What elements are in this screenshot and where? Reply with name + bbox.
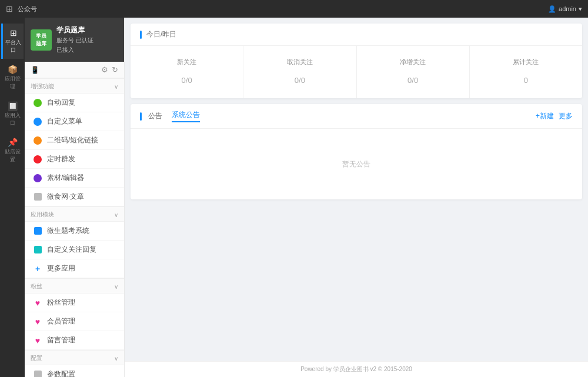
stats-card-header: 今日/昨日 xyxy=(131,24,582,46)
social-collapse-icon[interactable]: ∨ xyxy=(114,283,118,290)
config-collapse-icon[interactable]: ∨ xyxy=(114,355,118,362)
ann-title: 公告 xyxy=(140,111,162,121)
app-manage-label: 应用管理 xyxy=(4,75,21,91)
main-sidebar: 学员题库 学员题库 服务号 已认证 已接入 📱 ⚙ ↻ 增强功能 ∨ xyxy=(25,18,125,377)
nav-item-fans[interactable]: ♥ 粉丝管理 xyxy=(25,293,124,312)
account-icon: 学员题库 xyxy=(31,29,52,51)
phone-icon: 📱 xyxy=(31,66,39,74)
nav-item-label: 自定义菜单 xyxy=(47,116,82,126)
account-area: 学员题库 学员题库 服务号 已认证 已接入 xyxy=(25,18,124,62)
nav-item-member[interactable]: ♥ 会员管理 xyxy=(25,312,124,331)
nav-item-label: 微食网·文章 xyxy=(47,192,84,202)
ann-new-btn[interactable]: +新建 xyxy=(536,111,554,121)
sidebar-item-app-manage[interactable]: 📦 应用管理 xyxy=(1,60,24,95)
enhance-collapse-icon[interactable]: ∨ xyxy=(114,84,118,90)
app-label: 应用模块 xyxy=(31,211,54,219)
nav-item-label: 自定义关注回复 xyxy=(47,245,96,255)
dropdown-icon[interactable]: ▾ xyxy=(579,5,582,13)
enhance-items: 自动回复 自定义菜单 二维码/短化链接 定时群发 素材/编辑器 xyxy=(25,94,124,206)
nav-item-more-apps[interactable]: + 更多应用 xyxy=(25,259,124,278)
app-items: 微生题考系统 自定义关注回复 + 更多应用 xyxy=(25,222,124,278)
app-entry-icon: 🔲 xyxy=(8,101,18,111)
nav-item-scheduled[interactable]: 定时群发 xyxy=(25,150,124,169)
ann-more-btn[interactable]: 更多 xyxy=(559,111,573,121)
today-label: 今日/昨日 xyxy=(146,29,176,39)
stat-cancel-follow: 取消关注 0/0 xyxy=(243,46,356,98)
stat-net-follow: 净增关注 0/0 xyxy=(357,46,470,98)
nav-item-qrcode[interactable]: 二维码/短化链接 xyxy=(25,131,124,150)
account-name: 学员题库 xyxy=(56,25,93,36)
grid-icon[interactable]: ⊞ xyxy=(6,4,13,14)
nav-item-auto-reply[interactable]: 自动回复 xyxy=(25,94,124,112)
footer: Powered by 学员企业图书 v2 © 2015-2020 xyxy=(125,361,588,377)
store-settings-icon: 📌 xyxy=(8,138,18,147)
stat-value: 0/0 xyxy=(363,71,463,86)
mobile-section: 📱 ⚙ ↻ xyxy=(25,62,124,78)
store-settings-label: 贴店设置 xyxy=(4,148,21,164)
stat-label: 新关注 xyxy=(136,58,237,66)
topbar-left: ⊞ 公众号 xyxy=(6,4,37,14)
config-items: 参数配置 支付参数 数据同步 域名绑定 xyxy=(25,365,124,377)
stat-value: 0 xyxy=(476,71,576,86)
app-manage-icon: 📦 xyxy=(8,65,18,74)
social-label: 粉丝 xyxy=(31,282,42,291)
stat-value: 0/0 xyxy=(249,71,350,86)
account-status2: 已接入 xyxy=(56,45,93,55)
nav-item-label: 二维码/短化链接 xyxy=(47,135,98,145)
sidebar-item-app-entry[interactable]: 🔲 应用入口 xyxy=(1,96,24,132)
ann-header: 公告 系统公告 +新建 更多 xyxy=(131,104,582,129)
nav-item-material[interactable]: 素材/编辑器 xyxy=(25,169,124,188)
mobile-section-icons: ⚙ ↻ xyxy=(101,65,118,74)
social-items: ♥ 粉丝管理 ♥ 会员管理 ♥ 留言管理 xyxy=(25,293,124,350)
enhance-section-title: 增强功能 ∨ xyxy=(25,78,124,94)
sidebar-item-platform[interactable]: ⊞ 平台入口 xyxy=(1,24,24,59)
stat-total-follow: 累计关注 0 xyxy=(470,46,582,98)
nav-item-label: 会员管理 xyxy=(47,316,75,326)
app-entry-label: 应用入口 xyxy=(4,112,21,127)
nav-item-exam[interactable]: 微生题考系统 xyxy=(25,222,124,241)
account-info: 学员题库 服务号 已认证 已接入 xyxy=(56,25,93,55)
nav-item-label: 定时群发 xyxy=(47,154,75,164)
stat-new-follow: 新关注 0/0 xyxy=(131,46,243,98)
account-status1: 服务号 已认证 xyxy=(56,36,93,45)
enhance-label: 增强功能 xyxy=(31,82,54,91)
config-section-title: 配置 ∨ xyxy=(25,350,124,365)
nav-item-label: 参数配置 xyxy=(47,369,75,377)
admin-label[interactable]: admin xyxy=(559,5,576,12)
refresh-icon[interactable]: ↻ xyxy=(112,65,118,74)
nav-item-custom-menu[interactable]: 自定义菜单 xyxy=(25,112,124,131)
nav-item-params[interactable]: 参数配置 xyxy=(25,365,124,377)
platform-icon: ⊞ xyxy=(10,28,17,38)
app-collapse-icon[interactable]: ∨ xyxy=(114,212,118,218)
nav-item-label: 粉丝管理 xyxy=(47,298,75,308)
stats-row: 新关注 0/0 取消关注 0/0 净增关注 0/0 xyxy=(131,46,582,98)
ann-body: 暂无公告 xyxy=(131,129,582,199)
ann-empty-text: 暂无公告 xyxy=(342,159,370,169)
stat-label: 取消关注 xyxy=(249,58,350,66)
ann-header-left: 公告 系统公告 xyxy=(140,110,200,122)
main-content: 今日/昨日 新关注 0/0 取消关注 0/0 xyxy=(125,18,588,361)
stat-label: 累计关注 xyxy=(476,58,576,66)
nav-item-label: 留言管理 xyxy=(47,335,75,345)
settings-icon[interactable]: ⚙ xyxy=(101,65,108,74)
stat-value: 0/0 xyxy=(136,71,237,86)
footer-text: Powered by 学员企业图书 v2 © 2015-2020 xyxy=(300,366,412,372)
stat-label: 净增关注 xyxy=(363,58,463,66)
nav-item-label: 更多应用 xyxy=(47,263,75,273)
topbar: ⊞ 公众号 👤 admin ▾ xyxy=(0,0,588,18)
announcement-card: 公告 系统公告 +新建 更多 暂无公告 xyxy=(131,104,582,199)
app-section-title: 应用模块 ∨ xyxy=(25,206,124,222)
nav-item-label: 素材/编辑器 xyxy=(47,173,84,183)
ann-tab-system[interactable]: 系统公告 xyxy=(172,110,200,122)
nav-item-label: 自动回复 xyxy=(47,98,75,108)
topbar-nav-label: 公众号 xyxy=(18,5,37,14)
platform-label: 平台入口 xyxy=(5,39,21,54)
config-label: 配置 xyxy=(31,354,42,362)
nav-item-comment[interactable]: ♥ 留言管理 xyxy=(25,331,124,350)
nav-item-follow-reply[interactable]: 自定义关注回复 xyxy=(25,241,124,259)
user-icon: 👤 xyxy=(548,5,556,13)
sidebar-item-store-settings[interactable]: 📌 贴店设置 xyxy=(1,133,24,168)
social-section-title: 粉丝 ∨ xyxy=(25,278,124,293)
nav-item-label: 微生题考系统 xyxy=(47,226,89,236)
nav-item-weishi[interactable]: 微食网·文章 xyxy=(25,188,124,206)
